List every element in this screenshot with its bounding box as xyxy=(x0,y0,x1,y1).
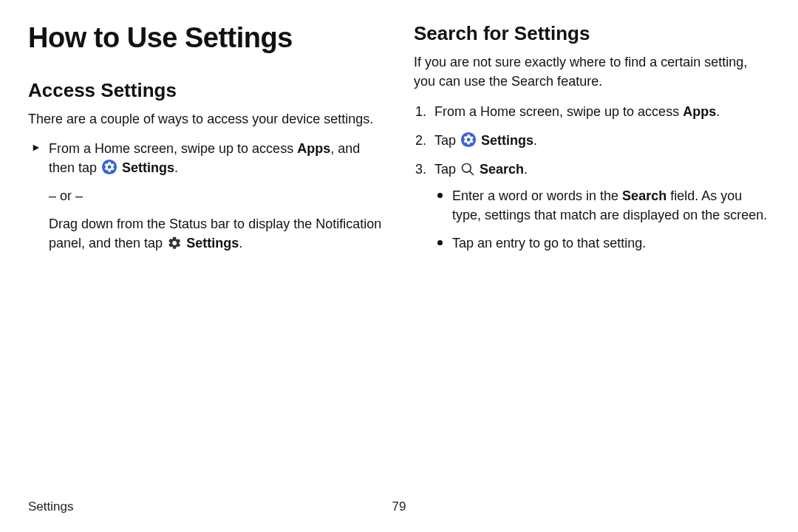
access-steps-list: From a Home screen, swipe up to access A… xyxy=(28,139,384,177)
access-settings-heading: Access Settings xyxy=(28,79,384,102)
search-step-1-text: From a Home screen, swipe up to access xyxy=(434,104,683,119)
search-sub-2: Tap an entry to go to that setting. xyxy=(434,233,770,253)
apps-label-2: Apps xyxy=(683,104,716,119)
search-intro: If you are not sure exactly where to fin… xyxy=(414,52,770,91)
search-step-2-tap: Tap xyxy=(434,133,460,148)
search-field-label: Search xyxy=(622,188,666,203)
or-separator: – or – xyxy=(49,186,384,205)
svg-point-1 xyxy=(461,132,476,147)
access-intro: There are a couple of ways to access you… xyxy=(28,109,384,129)
page-footer: Settings 79 xyxy=(28,499,770,514)
apps-label: Apps xyxy=(297,141,330,156)
right-column: Search for Settings If you are not sure … xyxy=(414,22,770,264)
search-steps-list: From a Home screen, swipe up to access A… xyxy=(414,101,770,253)
settings-label-2: Settings xyxy=(186,236,239,250)
svg-point-0 xyxy=(102,160,117,174)
access-alt-step: Drag down from the Status bar to display… xyxy=(49,214,384,253)
search-settings-heading: Search for Settings xyxy=(414,22,770,45)
left-column: How to Use Settings Access Settings Ther… xyxy=(28,22,384,264)
page-title: How to Use Settings xyxy=(28,22,384,54)
search-substeps: Enter a word or words in the Search fiel… xyxy=(434,186,770,253)
settings-gear-filled-icon xyxy=(460,132,477,148)
settings-label-3: Settings xyxy=(481,133,533,148)
search-label: Search xyxy=(480,162,524,177)
search-sub-1-a: Enter a word or words in the xyxy=(452,188,622,203)
svg-line-3 xyxy=(470,171,474,175)
access-step-1: From a Home screen, swipe up to access A… xyxy=(28,139,384,177)
footer-section-label: Settings xyxy=(28,499,73,514)
access-alt-block: – or – Drag down from the Status bar to … xyxy=(28,186,384,253)
search-step-2: Tap Settings. xyxy=(414,130,770,151)
search-icon xyxy=(460,162,475,177)
search-step-1: From a Home screen, swipe up to access A… xyxy=(414,101,770,123)
search-sub-1: Enter a word or words in the Search fiel… xyxy=(434,186,770,225)
access-step-1-text-a: From a Home screen, swipe up to access xyxy=(49,141,297,156)
search-step-3-tap: Tap xyxy=(434,162,460,177)
settings-gear-outline-icon xyxy=(167,236,182,250)
footer-page-number: 79 xyxy=(392,499,406,514)
search-step-3: Tap Search. Enter a word or words in the… xyxy=(414,159,770,253)
settings-label-1: Settings xyxy=(122,160,174,175)
settings-gear-filled-icon xyxy=(101,159,117,175)
